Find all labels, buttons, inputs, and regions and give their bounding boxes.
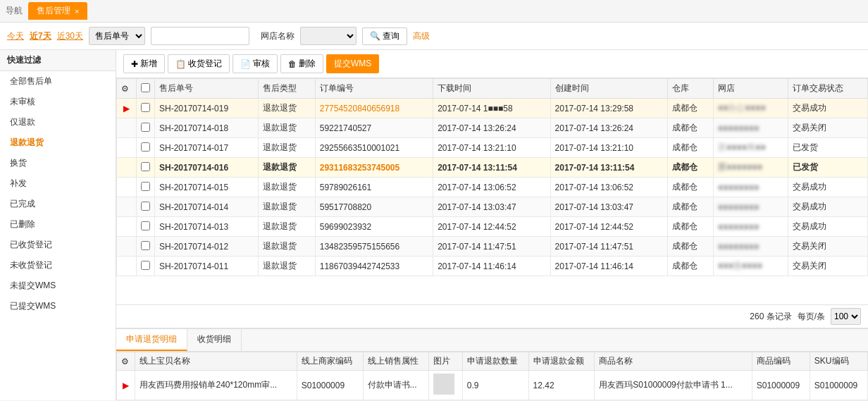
sidebar-items: 全部售后单未审核仅退款退款退货换货补发已完成已删除已收货登记未收货登记未提交WM…: [0, 71, 116, 316]
bottom-row-name: 用友西玛费用报销单240*120mm审...: [135, 371, 297, 400]
row-download-time: 2017-07-14 13:26:24: [433, 118, 550, 138]
row-shop: ■■办公■■■■: [713, 99, 788, 118]
sidebar-item-received[interactable]: 已收货登记: [0, 235, 116, 255]
col-warehouse: 仓库: [668, 79, 714, 99]
row-checkbox[interactable]: [137, 257, 155, 276]
table-row[interactable]: SH-20170714-015 退款退货 59789026161 2017-07…: [117, 178, 868, 197]
row-arrow: [117, 257, 137, 276]
table-row[interactable]: SH-20170714-012 退款退货 13482359575155656 2…: [117, 237, 868, 257]
last30-link[interactable]: 近30天: [57, 30, 83, 42]
row-order-id: 59517708820: [315, 197, 433, 217]
row-checkbox[interactable]: [137, 99, 155, 118]
close-icon[interactable]: ×: [75, 7, 79, 16]
table-row[interactable]: SH-20170714-013 退款退货 59699023932 2017-07…: [117, 217, 868, 237]
row-warehouse: 成都仓: [668, 217, 714, 237]
row-checkbox[interactable]: [137, 237, 155, 257]
row-after-sale-id: SH-20170714-012: [155, 237, 259, 257]
bottom-panel: 申请退货明细 收货明细 ⚙ 线上宝贝名称 线上商家编码 线上销售属性 图片 申请…: [116, 328, 868, 400]
sidebar-item-exchange[interactable]: 换货: [0, 153, 116, 173]
checkbox-col-header[interactable]: [137, 79, 155, 99]
row-arrow: [117, 237, 137, 257]
row-trade-status: 交易成功: [788, 99, 868, 118]
sidebar-item-all[interactable]: 全部售后单: [0, 71, 116, 92]
row-after-sale-id: SH-20170714-013: [155, 217, 259, 237]
row-order-id: 29255663510001021: [315, 138, 433, 158]
delete-icon: 🗑: [288, 59, 297, 69]
query-button[interactable]: 🔍 查询: [362, 27, 407, 45]
row-type: 退款退货: [259, 197, 316, 217]
row-order-id: 13482359575155656: [315, 237, 433, 257]
bottom-table-row[interactable]: ▶ 用友西玛费用报销单240*120mm审... S01000009 付款申请书…: [117, 371, 868, 400]
advanced-button[interactable]: 高级: [413, 30, 430, 42]
row-after-sale-id: SH-20170714-016: [155, 158, 259, 178]
row-download-time: 2017-07-14 13:11:54: [433, 158, 550, 178]
review-button[interactable]: 📄 审核: [232, 54, 278, 73]
bottom-col-settings[interactable]: ⚙: [117, 352, 135, 371]
bottom-col-goods-code: 商品编码: [752, 352, 810, 371]
search-input[interactable]: [151, 27, 249, 45]
shop-select[interactable]: [300, 27, 356, 45]
row-checkbox[interactable]: [137, 178, 155, 197]
row-shop: ■■■致■■■■: [713, 257, 788, 276]
receipt-button[interactable]: 📋 收货登记: [168, 54, 230, 73]
sidebar-item-supplement[interactable]: 补发: [0, 173, 116, 194]
row-checkbox[interactable]: [137, 118, 155, 138]
shop-label: 网店名称: [261, 30, 294, 42]
sidebar-item-refund_only[interactable]: 仅退款: [0, 112, 116, 132]
bottom-row-goods-code: S01000009: [752, 371, 810, 400]
row-order-id: 11867039442742533: [315, 257, 433, 276]
row-trade-status: 交易成功: [788, 197, 868, 217]
row-order-id: 59699023932: [315, 217, 433, 237]
row-checkbox[interactable]: [137, 217, 155, 237]
row-warehouse: 成都仓: [668, 257, 714, 276]
submit-wms-button[interactable]: 提交WMS: [326, 54, 379, 73]
row-arrow: [117, 158, 137, 178]
row-checkbox[interactable]: [137, 158, 155, 178]
row-created-time: 2017-07-14 13:21:10: [550, 138, 667, 158]
table-row[interactable]: ▶ SH-20170714-019 退款退货 27754520840656918…: [117, 99, 868, 118]
select-all-checkbox[interactable]: [141, 83, 150, 92]
tab-receipt-detail[interactable]: 收货明细: [187, 329, 242, 351]
settings-col-header[interactable]: ⚙: [117, 79, 137, 99]
row-warehouse: 成都仓: [668, 178, 714, 197]
col-after-sale-id: 售后单号: [155, 79, 259, 99]
receipt-icon: 📋: [175, 59, 186, 69]
per-page-select[interactable]: 100 50 20: [831, 308, 861, 325]
table-header-row: ⚙ 售后单号 售后类型 订单编号 下载时间 创建时间 仓库 网店 订单交易状态: [117, 79, 868, 99]
nav-tab-after-sale[interactable]: 售后管理 ×: [28, 2, 87, 20]
row-trade-status: 交易关闭: [788, 237, 868, 257]
row-arrow: [117, 118, 137, 138]
add-button[interactable]: ✚ 新增: [123, 54, 165, 73]
pagination-row: 260 条记录 每页/条 100 50 20: [116, 304, 868, 328]
delete-button[interactable]: 🗑 删除: [280, 54, 323, 73]
table-row[interactable]: SH-20170714-016 退款退货 29311683253745005 2…: [117, 158, 868, 178]
sidebar-item-refund_return[interactable]: 退款退货: [0, 132, 116, 153]
sidebar-item-completed[interactable]: 已完成: [0, 194, 116, 214]
sidebar-item-not_received[interactable]: 未收货登记: [0, 255, 116, 276]
top-nav: 导航 售后管理 ×: [0, 0, 868, 23]
row-checkbox[interactable]: [137, 138, 155, 158]
last7-link[interactable]: 近7天: [30, 30, 51, 42]
table-row[interactable]: SH-20170714-011 退款退货 11867039442742533 2…: [117, 257, 868, 276]
table-row[interactable]: SH-20170714-014 退款退货 59517708820 2017-07…: [117, 197, 868, 217]
bottom-table: ⚙ 线上宝贝名称 线上商家编码 线上销售属性 图片 申请退款数量 申请退款金额 …: [116, 352, 868, 400]
row-checkbox[interactable]: [137, 197, 155, 217]
table-row[interactable]: SH-20170714-017 退款退货 29255663510001021 2…: [117, 138, 868, 158]
tab-apply-return[interactable]: 申请退货明细: [116, 329, 187, 351]
row-trade-status: 已发货: [788, 138, 868, 158]
main-table-body: ▶ SH-20170714-019 退款退货 27754520840656918…: [117, 99, 868, 276]
sidebar-item-deleted[interactable]: 已删除: [0, 214, 116, 235]
product-image: [433, 374, 454, 395]
row-warehouse: 成都仓: [668, 138, 714, 158]
bottom-row-amount: 12.42: [528, 371, 595, 400]
field-select[interactable]: 售后单号: [89, 27, 145, 45]
sidebar-item-submitted_wms[interactable]: 已提交WMS: [0, 296, 116, 316]
table-row[interactable]: SH-20170714-018 退款退货 59221740527 2017-07…: [117, 118, 868, 138]
row-download-time: 2017-07-14 11:47:51: [433, 237, 550, 257]
row-type: 退款退货: [259, 237, 316, 257]
per-page-label: 每页/条: [798, 311, 825, 323]
today-link[interactable]: 今天: [7, 30, 24, 42]
sidebar-item-pending[interactable]: 未审核: [0, 92, 116, 112]
bottom-row-goods-name: 用友西玛S01000009付款申请书 1...: [595, 371, 752, 400]
sidebar-item-not_wms[interactable]: 未提交WMS: [0, 276, 116, 296]
